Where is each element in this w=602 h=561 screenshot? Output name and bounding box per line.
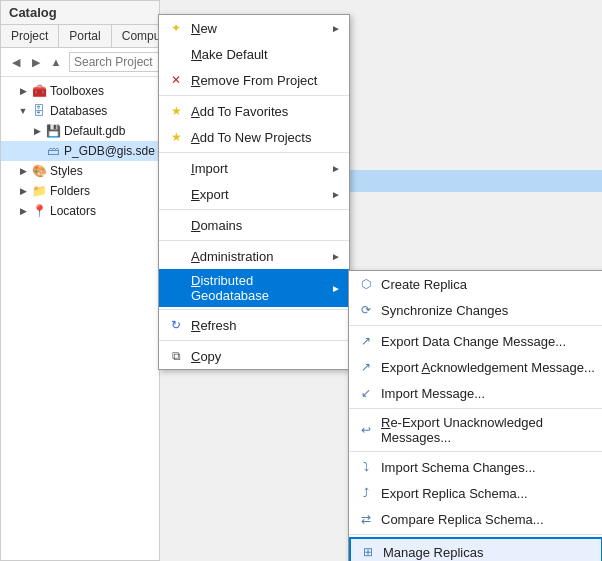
distributed-label: Distributed Geodatabase — [191, 273, 327, 303]
admin-icon — [167, 247, 185, 265]
sde-icon: 🗃 — [45, 143, 61, 159]
menu-item-export[interactable]: Export ► — [159, 181, 349, 207]
compare-schema-icon: ⇄ — [357, 510, 375, 528]
reexport-icon: ↩ — [357, 421, 375, 439]
menu-item-remove[interactable]: ✕ Remove From Project — [159, 67, 349, 93]
menu-item-add-favorites[interactable]: ★ Add To Favorites — [159, 98, 349, 124]
expand-arrow: ▶ — [17, 85, 29, 97]
tree-item-styles[interactable]: ▶ 🎨 Styles — [1, 161, 159, 181]
menu-item-import-msg[interactable]: ↙ Import Message... — [349, 380, 602, 406]
import-icon — [167, 159, 185, 177]
expand-arrow: ▼ — [17, 105, 29, 117]
databases-label: Databases — [50, 104, 107, 118]
menu-item-compare-schema[interactable]: ⇄ Compare Replica Schema... — [349, 506, 602, 532]
search-icons: ◀ ▶ ▲ — [7, 53, 65, 71]
menu-item-refresh[interactable]: ↻ Refresh — [159, 312, 349, 338]
styles-label: Styles — [50, 164, 83, 178]
folder-icon: 📁 — [31, 183, 47, 199]
expand-arrow: ▶ — [17, 165, 29, 177]
menu-item-new[interactable]: ✦ New ► — [159, 15, 349, 41]
catalog-tabs: Project Portal Compute — [1, 25, 159, 48]
tree-item-locators[interactable]: ▶ 📍 Locators — [1, 201, 159, 221]
import-label: Import — [191, 161, 327, 176]
create-replica-icon: ⬡ — [357, 275, 375, 293]
submenu-arrow: ► — [331, 163, 341, 174]
toolboxes-label: Toolboxes — [50, 84, 104, 98]
copy-icon: ⧉ — [167, 347, 185, 365]
tree-item-databases[interactable]: ▼ 🗄 Databases — [1, 101, 159, 121]
menu-item-add-new-projects[interactable]: ★ Add To New Projects — [159, 124, 349, 150]
defaultgdb-label: Default.gdb — [64, 124, 125, 138]
search-input[interactable] — [69, 52, 169, 72]
domains-label: Domains — [191, 218, 341, 233]
import-msg-label: Import Message... — [381, 386, 595, 401]
export-data-icon: ↗ — [357, 332, 375, 350]
separator-d3 — [349, 451, 602, 452]
export-ack-icon: ↗ — [357, 358, 375, 376]
search-bar: ◀ ▶ ▲ — [1, 48, 159, 77]
separator-6 — [159, 340, 349, 341]
distributed-icon — [167, 279, 185, 297]
menu-item-create-replica[interactable]: ⬡ Create Replica — [349, 271, 602, 297]
submenu-arrow: ► — [331, 283, 341, 294]
separator-4 — [159, 240, 349, 241]
expand-arrow: ▶ — [17, 205, 29, 217]
add-new-projects-label: Add To New Projects — [191, 130, 341, 145]
tree-item-defaultgdb[interactable]: ▶ 💾 Default.gdb — [1, 121, 159, 141]
menu-item-make-default[interactable]: Make Default — [159, 41, 349, 67]
menu-item-export-schema[interactable]: ⤴ Export Replica Schema... — [349, 480, 602, 506]
catalog-panel: Catalog Project Portal Compute ◀ ▶ ▲ ▶ 🧰… — [0, 0, 160, 561]
folders-label: Folders — [50, 184, 90, 198]
export-schema-label: Export Replica Schema... — [381, 486, 595, 501]
synchronize-label: Synchronize Changes — [381, 303, 595, 318]
manage-replicas-icon: ⊞ — [359, 543, 377, 561]
menu-item-domains[interactable]: Domains — [159, 212, 349, 238]
submenu-arrow: ► — [331, 189, 341, 200]
back-icon[interactable]: ◀ — [7, 53, 25, 71]
menu-item-import-schema[interactable]: ⤵ Import Schema Changes... — [349, 454, 602, 480]
tree-item-sde[interactable]: 🗃 P_GDB@gis.sde — [1, 141, 159, 161]
sde-label: P_GDB@gis.sde — [64, 144, 155, 158]
tab-project[interactable]: Project — [1, 25, 59, 47]
export-icon — [167, 185, 185, 203]
gdb-icon: 💾 — [45, 123, 61, 139]
tree-item-folders[interactable]: ▶ 📁 Folders — [1, 181, 159, 201]
create-replica-label: Create Replica — [381, 277, 595, 292]
star-icon: ★ — [167, 102, 185, 120]
submenu-arrow: ► — [331, 251, 341, 262]
separator-2 — [159, 152, 349, 153]
star2-icon: ★ — [167, 128, 185, 146]
menu-item-reexport[interactable]: ↩ Re-Export Unacknowledged Messages... — [349, 411, 602, 449]
tree-item-toolboxes[interactable]: ▶ 🧰 Toolboxes — [1, 81, 159, 101]
administration-label: Administration — [191, 249, 327, 264]
menu-item-export-ack[interactable]: ↗ Export Acknowledgement Message... — [349, 354, 602, 380]
tab-portal[interactable]: Portal — [59, 25, 111, 47]
default-icon — [167, 45, 185, 63]
up-icon[interactable]: ▲ — [47, 53, 65, 71]
menu-item-copy[interactable]: ⧉ Copy — [159, 343, 349, 369]
tree-area: ▶ 🧰 Toolboxes ▼ 🗄 Databases ▶ 💾 Default.… — [1, 77, 159, 225]
manage-replicas-label: Manage Replicas — [383, 545, 593, 560]
add-favorites-label: Add To Favorites — [191, 104, 341, 119]
menu-item-import[interactable]: Import ► — [159, 155, 349, 181]
separator-3 — [159, 209, 349, 210]
menu-item-export-data[interactable]: ↗ Export Data Change Message... — [349, 328, 602, 354]
expand-arrow — [31, 145, 43, 157]
menu-item-administration[interactable]: Administration ► — [159, 243, 349, 269]
menu-item-distributed-geodatabase[interactable]: Distributed Geodatabase ► — [159, 269, 349, 307]
menu-item-synchronize[interactable]: ⟳ Synchronize Changes — [349, 297, 602, 323]
submenu-arrow: ► — [331, 23, 341, 34]
import-schema-icon: ⤵ — [357, 458, 375, 476]
forward-icon[interactable]: ▶ — [27, 53, 45, 71]
expand-arrow: ▶ — [31, 125, 43, 137]
refresh-label: Refresh — [191, 318, 341, 333]
import-msg-icon: ↙ — [357, 384, 375, 402]
make-default-label: Make Default — [191, 47, 341, 62]
sun-icon: ✦ — [167, 19, 185, 37]
domains-icon — [167, 216, 185, 234]
reexport-label: Re-Export Unacknowledged Messages... — [381, 415, 595, 445]
compare-schema-label: Compare Replica Schema... — [381, 512, 595, 527]
menu-item-manage-replicas[interactable]: ⊞ Manage Replicas — [349, 537, 602, 561]
separator-d2 — [349, 408, 602, 409]
catalog-title: Catalog — [1, 1, 159, 25]
